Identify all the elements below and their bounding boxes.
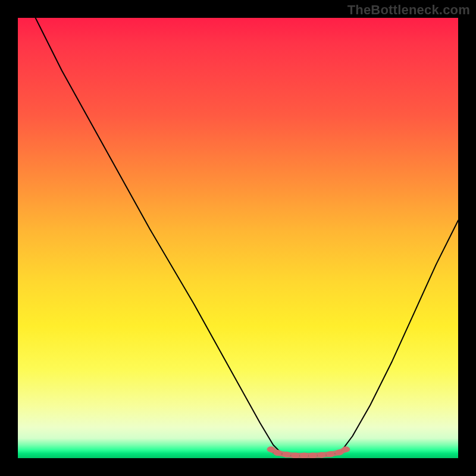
bottom-marker — [267, 446, 275, 452]
chart-frame: TheBottleneck.com — [0, 0, 476, 476]
chart-svg — [18, 18, 458, 458]
bottom-marker — [282, 452, 290, 458]
bottom-marker — [318, 452, 326, 458]
bottom-marker-connector — [271, 449, 346, 455]
bottom-marker — [274, 450, 282, 456]
series-right-arm — [339, 220, 458, 453]
plot-area — [18, 18, 458, 458]
series-left-arm — [36, 18, 282, 454]
bottom-marker — [342, 446, 350, 452]
watermark-text: TheBottleneck.com — [347, 2, 470, 18]
bottom-marker — [326, 451, 334, 457]
